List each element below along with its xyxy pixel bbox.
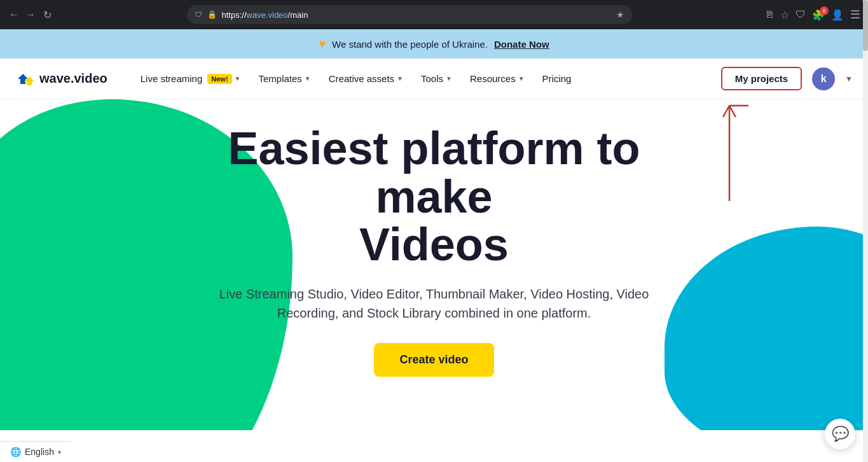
bookmark-icon[interactable]: ☆ bbox=[780, 9, 789, 21]
profile-icon[interactable]: 👤 bbox=[831, 9, 844, 21]
nav-item-pricing[interactable]: Pricing bbox=[535, 68, 579, 89]
nav-item-live-streaming[interactable]: Live streaming New! ▼ bbox=[133, 68, 249, 89]
scrollbar-thumb[interactable] bbox=[863, 0, 868, 51]
refresh-button[interactable]: ↻ bbox=[41, 9, 53, 21]
tools-chevron-icon: ▼ bbox=[446, 75, 452, 82]
menu-icon[interactable]: ☰ bbox=[850, 8, 860, 22]
extension-badge: 6 bbox=[820, 6, 829, 15]
back-button[interactable]: ← bbox=[8, 9, 20, 20]
ukraine-banner: ♥ We stand with the people of Ukraine. D… bbox=[0, 29, 868, 59]
nav-tools-label: Tools bbox=[421, 73, 443, 84]
hero-subtitle: Live Streaming Studio, Video Editor, Thu… bbox=[212, 284, 657, 323]
avatar[interactable]: k bbox=[812, 67, 835, 90]
navbar: wave.video Live streaming New! ▼ Templat… bbox=[0, 59, 868, 99]
translate-icon[interactable]: 🖹 bbox=[765, 10, 774, 20]
hero-section: Easiest platform to make Videos Live Str… bbox=[0, 99, 868, 430]
browser-chrome: ← → ↻ 🛡 🔒 https://wave.video/main ★ 🖹 ☆ … bbox=[0, 0, 868, 29]
avatar-chevron-icon[interactable]: ▼ bbox=[845, 74, 853, 83]
nav-creative-assets-label: Creative assets bbox=[329, 73, 394, 84]
live-streaming-chevron-icon: ▼ bbox=[235, 75, 241, 82]
donate-now-link[interactable]: Donate Now bbox=[494, 39, 549, 50]
logo-text: wave.video bbox=[39, 71, 107, 86]
forward-button[interactable]: → bbox=[24, 9, 37, 20]
hero-title: Easiest platform to make Videos bbox=[212, 125, 657, 269]
create-video-button[interactable]: Create video bbox=[374, 343, 493, 377]
browser-right-icons: 🖹 ☆ 🛡 🧩 6 👤 ☰ bbox=[765, 8, 860, 22]
templates-chevron-icon: ▼ bbox=[305, 75, 311, 82]
shield-icon: 🛡 bbox=[195, 10, 202, 19]
nav-item-tools[interactable]: Tools ▼ bbox=[413, 68, 460, 89]
address-bar[interactable]: 🛡 🔒 https://wave.video/main ★ bbox=[187, 5, 632, 24]
heart-icon: ♥ bbox=[319, 38, 326, 51]
url-display: https://wave.video/main bbox=[222, 10, 611, 20]
hero-content: Easiest platform to make Videos Live Str… bbox=[199, 99, 670, 389]
star-icon[interactable]: ★ bbox=[616, 10, 624, 20]
nav-items: Live streaming New! ▼ Templates ▼ Creati… bbox=[133, 68, 721, 89]
banner-text: We stand with the people of Ukraine. bbox=[332, 39, 488, 50]
nav-templates-label: Templates bbox=[258, 73, 301, 84]
logo[interactable]: wave.video bbox=[15, 71, 107, 87]
nav-resources-label: Resources bbox=[470, 73, 516, 84]
lock-icon: 🔒 bbox=[207, 10, 217, 19]
logo-icon bbox=[15, 71, 36, 87]
new-badge: New! bbox=[207, 74, 231, 84]
resources-chevron-icon: ▼ bbox=[518, 75, 525, 82]
nav-right: My projects k ▼ bbox=[721, 67, 853, 90]
blue-blob-decoration bbox=[665, 227, 868, 430]
my-projects-button[interactable]: My projects bbox=[721, 67, 802, 90]
nav-item-templates[interactable]: Templates ▼ bbox=[251, 68, 318, 89]
extensions-icon[interactable]: 🧩 6 bbox=[812, 9, 825, 21]
nav-item-creative-assets[interactable]: Creative assets ▼ bbox=[321, 68, 411, 89]
browser-nav-buttons: ← → ↻ bbox=[8, 9, 53, 21]
nav-live-streaming-label: Live streaming bbox=[141, 73, 203, 84]
scrollbar[interactable] bbox=[863, 0, 868, 430]
nav-pricing-label: Pricing bbox=[542, 73, 572, 84]
creative-assets-chevron-icon: ▼ bbox=[397, 75, 403, 82]
nav-item-resources[interactable]: Resources ▼ bbox=[462, 68, 532, 89]
firefox-shield-icon: 🛡 bbox=[796, 9, 806, 20]
